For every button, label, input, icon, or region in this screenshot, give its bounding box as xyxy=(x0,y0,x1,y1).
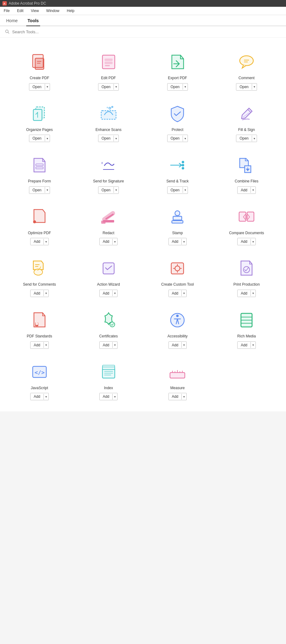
measure-arrow-button[interactable]: ▾ xyxy=(181,394,186,400)
tool-measure: Measure Add ▾ xyxy=(143,354,212,406)
enhance-scans-icon xyxy=(98,103,119,124)
stamp-arrow-button[interactable]: ▾ xyxy=(181,239,186,245)
svg-point-52 xyxy=(176,315,179,317)
redact-arrow-button[interactable]: ▾ xyxy=(112,239,117,245)
send-comments-arrow-button[interactable]: ▾ xyxy=(44,290,48,296)
print-production-arrow-button[interactable]: ▾ xyxy=(251,290,255,296)
tab-tools[interactable]: Tools xyxy=(26,15,40,26)
index-add-button[interactable]: Add xyxy=(100,393,112,400)
measure-button-row: Add ▾ xyxy=(168,393,187,400)
create-pdf-arrow-button[interactable]: ▾ xyxy=(45,84,50,90)
accessibility-icon xyxy=(167,309,188,331)
pdf-standards-add-button[interactable]: Add xyxy=(31,342,43,348)
fill-sign-arrow-button[interactable]: ▾ xyxy=(252,136,257,141)
comment-label: Comment xyxy=(238,76,255,81)
create-pdf-button-row: Open ▾ xyxy=(29,83,50,91)
enhance-scans-open-button[interactable]: Open xyxy=(98,135,114,142)
enhance-scans-arrow-button[interactable]: ▾ xyxy=(114,136,118,141)
export-pdf-open-button[interactable]: Open xyxy=(168,84,183,90)
accessibility-add-button[interactable]: Add xyxy=(169,342,181,348)
prepare-form-button-row: Open ▾ xyxy=(29,186,50,194)
tool-edit-pdf: Edit PDF Open ▾ xyxy=(74,44,143,96)
create-custom-tool-arrow-button[interactable]: ▾ xyxy=(181,290,186,296)
protect-arrow-button[interactable]: ▾ xyxy=(183,136,188,141)
optimize-pdf-arrow-button[interactable]: ▾ xyxy=(44,239,48,245)
comment-open-button[interactable]: Open xyxy=(236,84,251,90)
menubar: File Edit View Window Help xyxy=(0,7,286,15)
create-custom-tool-label: Create Custom Tool xyxy=(161,282,194,287)
print-production-label: Print Production xyxy=(233,282,259,287)
app-title: Adobe Acrobat Pro DC xyxy=(9,1,46,6)
svg-rect-11 xyxy=(105,62,112,64)
export-pdf-icon xyxy=(167,51,188,73)
create-custom-tool-add-button[interactable]: Add xyxy=(169,290,181,297)
certificates-arrow-button[interactable]: ▾ xyxy=(112,342,117,348)
fill-sign-open-button[interactable]: Open xyxy=(236,135,251,142)
edit-pdf-open-button[interactable]: Open xyxy=(98,84,114,90)
action-wizard-arrow-button[interactable]: ▾ xyxy=(112,290,117,296)
organize-pages-arrow-button[interactable]: ▾ xyxy=(45,136,50,141)
javascript-icon: </> xyxy=(29,361,50,383)
tool-certificates: Certificates Add ▾ xyxy=(74,302,143,354)
rich-media-arrow-button[interactable]: ▾ xyxy=(251,342,255,348)
prepare-form-arrow-button[interactable]: ▾ xyxy=(45,187,50,193)
organize-pages-open-button[interactable]: Open xyxy=(29,135,44,142)
menu-window[interactable]: Window xyxy=(45,8,61,14)
tool-create-custom-tool: Create Custom Tool Add ▾ xyxy=(143,250,212,302)
send-signature-open-button[interactable]: Open xyxy=(98,187,114,194)
prepare-form-label: Prepare Form xyxy=(28,179,51,184)
pdf-standards-icon: i xyxy=(29,309,50,331)
svg-point-33 xyxy=(175,211,180,216)
print-production-add-button[interactable]: Add xyxy=(238,290,250,297)
tool-send-track: Send & Track Open ▾ xyxy=(143,147,212,199)
menu-view[interactable]: View xyxy=(30,8,40,14)
stamp-button-row: Add ▾ xyxy=(168,238,187,245)
export-pdf-arrow-button[interactable]: ▾ xyxy=(183,84,188,90)
protect-open-button[interactable]: Open xyxy=(168,135,183,142)
tool-action-wizard: Action Wizard Add ▾ xyxy=(74,250,143,302)
menu-help[interactable]: Help xyxy=(66,8,76,14)
menu-edit[interactable]: Edit xyxy=(16,8,25,14)
compare-docs-arrow-button[interactable]: ▾ xyxy=(251,239,255,245)
combine-files-arrow-button[interactable]: ▾ xyxy=(251,187,255,193)
javascript-arrow-button[interactable]: ▾ xyxy=(44,394,48,400)
stamp-label: Stamp xyxy=(172,231,183,236)
send-comments-add-button[interactable]: Add xyxy=(31,290,43,297)
comment-icon xyxy=(236,51,257,73)
organize-pages-button-row: Open ▾ xyxy=(29,135,50,142)
send-track-arrow-button[interactable]: ▾ xyxy=(183,187,188,193)
send-signature-arrow-button[interactable]: ▾ xyxy=(114,187,118,193)
stamp-add-button[interactable]: Add xyxy=(169,238,181,245)
comment-arrow-button[interactable]: ▾ xyxy=(252,84,257,90)
certificates-add-button[interactable]: Add xyxy=(100,342,112,348)
index-arrow-button[interactable]: ▾ xyxy=(112,394,117,400)
measure-add-button[interactable]: Add xyxy=(169,393,181,400)
tool-stamp: Stamp Add ▾ xyxy=(143,199,212,251)
compare-docs-add-button[interactable]: Add xyxy=(238,238,250,245)
combine-files-add-button[interactable]: Add xyxy=(238,187,250,194)
edit-pdf-arrow-button[interactable]: ▾ xyxy=(114,84,118,90)
index-icon xyxy=(98,361,119,383)
send-track-open-button[interactable]: Open xyxy=(168,187,183,194)
action-wizard-add-button[interactable]: Add xyxy=(100,290,112,297)
create-pdf-open-button[interactable]: Open xyxy=(29,84,44,90)
pdf-standards-arrow-button[interactable]: ▾ xyxy=(44,342,48,348)
svg-rect-39 xyxy=(247,212,254,221)
tab-home[interactable]: Home xyxy=(5,15,19,26)
rich-media-add-button[interactable]: Add xyxy=(238,342,250,348)
compare-docs-label: Compare Documents xyxy=(229,231,264,236)
optimize-pdf-add-button[interactable]: Add xyxy=(31,238,43,245)
prepare-form-open-button[interactable]: Open xyxy=(29,187,44,194)
javascript-add-button[interactable]: Add xyxy=(31,393,43,400)
javascript-label: JavaScript xyxy=(31,386,48,391)
redact-icon xyxy=(98,206,119,228)
titlebar: A Adobe Acrobat Pro DC xyxy=(0,0,286,7)
menu-file[interactable]: File xyxy=(2,8,11,14)
tool-accessibility: Accessibility Add ▾ xyxy=(143,302,212,354)
action-wizard-label: Action Wizard xyxy=(97,282,120,287)
svg-rect-10 xyxy=(105,59,112,61)
search-input[interactable] xyxy=(12,30,281,34)
accessibility-arrow-button[interactable]: ▾ xyxy=(181,342,186,348)
send-track-button-row: Open ▾ xyxy=(167,186,188,194)
redact-add-button[interactable]: Add xyxy=(100,238,112,245)
